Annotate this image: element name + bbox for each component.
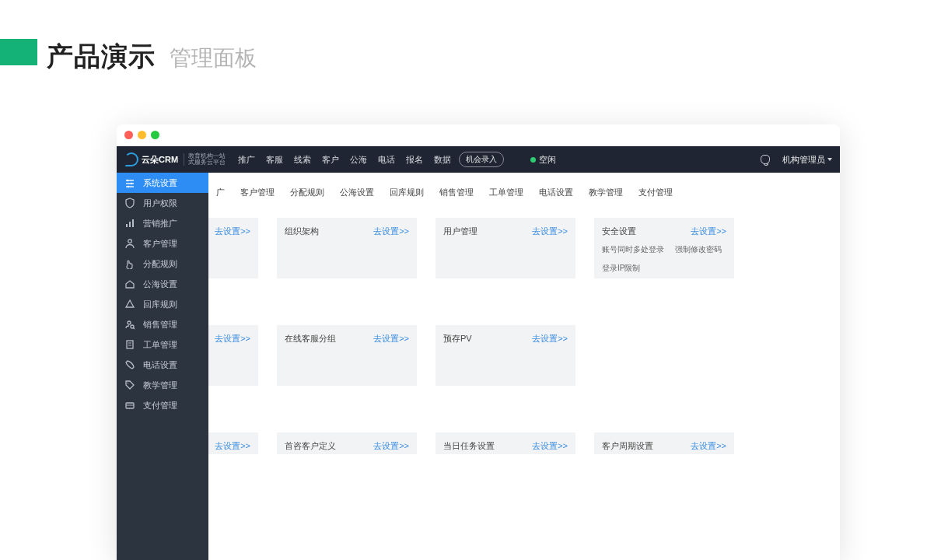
sidebar-item[interactable]: 销售管理 — [117, 314, 208, 334]
settings-tab[interactable]: 广 — [213, 182, 233, 203]
record-button[interactable]: 机会录入 — [459, 152, 504, 167]
card-tags: 账号同时多处登录强制修改密码登录IP限制 — [602, 244, 726, 274]
svg-rect-10 — [127, 341, 133, 348]
status-label: 空闲 — [539, 154, 556, 166]
sidebar-item[interactable]: 工单管理 — [117, 334, 208, 355]
settings-card: 首咨客户定义去设置>> — [277, 432, 417, 454]
sidebar-item[interactable]: 教学管理 — [117, 375, 208, 395]
settings-card: 去设置>> — [208, 218, 258, 278]
sidebar-item-label: 营销推广 — [143, 218, 177, 229]
settings-tab[interactable]: 分配规则 — [282, 182, 332, 203]
topnav-item[interactable]: 公海 — [350, 154, 367, 166]
brand-slogan: 教育机构一站 式服务云平台 — [184, 153, 226, 166]
sidebar-item[interactable]: 客户管理 — [117, 233, 208, 254]
settings-tab[interactable]: 回库规则 — [382, 182, 432, 203]
card-icon — [124, 400, 135, 411]
go-settings-link[interactable]: 去设置>> — [373, 226, 409, 237]
card-grid: 去设置>>组织架构去设置>>用户管理去设置>>安全设置去设置>>账号同时多处登录… — [208, 204, 840, 454]
go-settings-link[interactable]: 去设置>> — [215, 226, 250, 237]
svg-point-2 — [128, 186, 130, 188]
window-max-dot[interactable] — [151, 131, 159, 139]
chevron-down-icon — [827, 158, 832, 161]
go-settings-link[interactable]: 去设置>> — [215, 440, 250, 452]
sidebar-item[interactable]: 分配规则 — [117, 254, 208, 274]
settings-card: 则去设置>> — [208, 432, 258, 454]
status-dot-icon — [530, 157, 536, 163]
go-settings-link[interactable]: 去设置>> — [373, 333, 409, 345]
go-settings-link[interactable]: 去设置>> — [532, 440, 568, 452]
sidebar-item-label: 教学管理 — [143, 380, 177, 391]
bell-icon[interactable] — [761, 155, 770, 164]
brand-logo[interactable]: 云朵CRM 教育机构一站 式服务云平台 — [124, 152, 226, 166]
sidebar-item[interactable]: 系统设置 — [117, 173, 208, 193]
topnav-item[interactable]: 推广 — [238, 154, 255, 166]
settings-card: 用户管理去设置>> — [436, 218, 575, 278]
card-tag: 登录IP限制 — [602, 263, 640, 274]
bars-icon — [124, 218, 135, 229]
svg-rect-5 — [132, 219, 134, 227]
settings-card: 安全设置去设置>>账号同时多处登录强制修改密码登录IP限制 — [594, 218, 734, 278]
card-row: 置去设置>>在线客服分组去设置>>预存PV去设置>> — [208, 325, 840, 386]
sidebar-item-label: 回库规则 — [143, 299, 177, 310]
settings-tab[interactable]: 教学管理 — [581, 182, 631, 203]
svg-point-1 — [131, 183, 133, 185]
user-menu[interactable]: 机构管理员 — [782, 154, 832, 166]
brand-name: 云朵CRM — [142, 154, 178, 166]
settings-card: 在线客服分组去设置>> — [277, 325, 417, 386]
settings-card: 客户周期设置去设置>> — [594, 432, 734, 454]
window-controls — [117, 124, 840, 146]
sidebar-item[interactable]: 支付管理 — [117, 395, 208, 415]
window-close-dot[interactable] — [124, 131, 133, 139]
topnav-item[interactable]: 电话 — [378, 154, 395, 166]
topnav-item[interactable]: 客户 — [322, 154, 339, 166]
settings-tab[interactable]: 支付管理 — [631, 182, 680, 203]
go-settings-link[interactable]: 去设置>> — [532, 226, 568, 237]
sidebar-item-label: 电话设置 — [143, 359, 177, 371]
topnav-item[interactable]: 数据 — [434, 154, 451, 166]
sidebar-item[interactable]: 电话设置 — [117, 355, 208, 375]
svg-point-13 — [128, 383, 129, 384]
settings-card: 当日任务设置去设置>> — [436, 432, 575, 454]
app-window: 云朵CRM 教育机构一站 式服务云平台 推广客服线索客户公海电话报名数据 机会录… — [117, 124, 840, 560]
svg-line-9 — [134, 328, 135, 330]
sidebar-item[interactable]: 用户权限 — [117, 193, 208, 213]
top-nav: 推广客服线索客户公海电话报名数据 — [238, 154, 451, 166]
topnav-item[interactable]: 线索 — [294, 154, 311, 166]
sliders-icon — [124, 177, 135, 188]
go-settings-link[interactable]: 去设置>> — [215, 333, 250, 345]
main-content: 广客户管理分配规则公海设置回库规则销售管理工单管理电话设置教学管理支付管理 去设… — [208, 173, 840, 560]
sidebar-item[interactable]: 回库规则 — [117, 294, 208, 314]
settings-card: 预存PV去设置>> — [436, 325, 575, 386]
topnav-item[interactable]: 客服 — [266, 154, 283, 166]
tag-icon — [124, 380, 135, 390]
go-settings-link[interactable]: 去设置>> — [691, 226, 726, 237]
cloud-icon — [124, 152, 138, 166]
settings-tab[interactable]: 公海设置 — [332, 182, 382, 203]
tab-bar: 广客户管理分配规则公海设置回库规则销售管理工单管理电话设置教学管理支付管理 — [208, 173, 840, 204]
sidebar-item-label: 公海设置 — [143, 278, 177, 290]
house-icon — [124, 278, 135, 289]
settings-tab[interactable]: 工单管理 — [481, 182, 531, 203]
page-subtitle: 管理面板 — [170, 44, 257, 73]
svg-point-8 — [131, 325, 134, 328]
go-settings-link[interactable]: 去设置>> — [532, 333, 568, 345]
search-person-icon — [124, 319, 135, 330]
sidebar-item-label: 分配规则 — [143, 258, 177, 270]
topnav-item[interactable]: 报名 — [406, 154, 423, 166]
card-tag: 强制修改密码 — [675, 244, 722, 255]
go-settings-link[interactable]: 去设置>> — [691, 440, 726, 452]
page-title: 产品演示 — [47, 39, 156, 75]
triangle-icon — [124, 299, 135, 310]
status-idle[interactable]: 空闲 — [530, 154, 556, 166]
card-row: 则去设置>>首咨客户定义去设置>>当日任务设置去设置>>客户周期设置去设置>> — [208, 432, 840, 454]
settings-tab[interactable]: 电话设置 — [531, 182, 581, 203]
window-min-dot[interactable] — [138, 131, 146, 139]
sidebar-item-label: 销售管理 — [143, 319, 177, 331]
sidebar-item[interactable]: 营销推广 — [117, 213, 208, 233]
sidebar-item[interactable]: 公海设置 — [117, 274, 208, 294]
settings-tab[interactable]: 客户管理 — [233, 182, 282, 203]
card-row: 去设置>>组织架构去设置>>用户管理去设置>>安全设置去设置>>账号同时多处登录… — [208, 218, 840, 278]
go-settings-link[interactable]: 去设置>> — [373, 440, 409, 452]
hand-icon — [124, 258, 135, 269]
settings-tab[interactable]: 销售管理 — [432, 182, 481, 203]
